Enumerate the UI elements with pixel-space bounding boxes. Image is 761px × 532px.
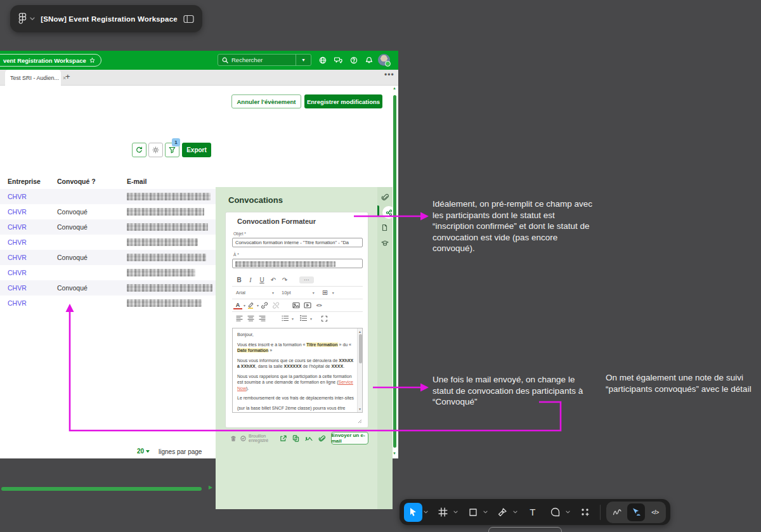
export-button[interactable]: Export (182, 143, 211, 157)
code-mode-icon[interactable]: </> (646, 503, 664, 521)
training-cap-tab-icon[interactable] (381, 240, 389, 247)
code-view-icon[interactable]: <> (313, 301, 325, 311)
tab-overflow-icon[interactable]: ••• (384, 70, 394, 79)
refresh-button[interactable] (132, 143, 146, 157)
save-changes-button[interactable]: Enregistrer modifications (304, 94, 382, 108)
entreprise-link[interactable]: CHVR (8, 254, 27, 261)
frame-tool[interactable] (434, 503, 452, 522)
bullet-list-icon[interactable] (279, 313, 290, 323)
avatar[interactable] (378, 54, 390, 66)
move-tool[interactable] (404, 503, 422, 522)
table-row[interactable]: CHVR Convoqué (0, 280, 216, 295)
highlight-button[interactable] (245, 301, 256, 311)
video-insert-icon[interactable] (302, 301, 313, 311)
figma-file-pill[interactable]: [SNow] Event Registration Workspace (10, 5, 202, 32)
table-row[interactable]: CHVR Convoqué (0, 219, 216, 235)
copy-template-icon[interactable] (292, 435, 299, 442)
panel-scrollbar[interactable] (393, 95, 396, 448)
tab-test-sri[interactable]: Test SRI - Audien... × (5, 70, 61, 86)
entreprise-link[interactable]: CHVR (8, 284, 27, 292)
editor-scrollbar[interactable]: ▲ ▼ (357, 328, 362, 412)
column-header-entreprise[interactable]: Entreprise (8, 178, 41, 185)
layout-panel-icon[interactable] (183, 15, 194, 23)
figma-logo-icon[interactable] (18, 13, 27, 25)
entreprise-link[interactable]: CHVR (8, 208, 27, 216)
shape-tool[interactable] (464, 503, 482, 522)
signature-icon[interactable] (305, 435, 313, 441)
chevron-down-icon[interactable] (564, 510, 572, 514)
entreprise-link[interactable]: CHVR (8, 238, 27, 246)
column-header-convoque[interactable]: Convoqué ? (57, 178, 96, 185)
bold-button[interactable]: B (233, 275, 245, 285)
attachments-tab-icon[interactable] (381, 193, 389, 201)
align-center-icon[interactable] (245, 313, 256, 323)
globe-icon[interactable] (319, 56, 327, 64)
bell-icon[interactable] (365, 56, 373, 64)
document-tab-icon[interactable] (381, 224, 388, 231)
open-external-icon[interactable] (280, 435, 287, 442)
align-right-icon[interactable] (256, 313, 268, 323)
font-size-select[interactable]: 10pt (282, 290, 291, 295)
table-row[interactable]: CHVR (0, 295, 216, 311)
objet-input[interactable]: Convocation formation interne - "Titre f… (232, 238, 363, 247)
attachment-icon[interactable] (318, 435, 325, 442)
search-input[interactable]: Rechercher ▼ (218, 54, 311, 66)
chevron-down-icon[interactable] (452, 510, 460, 514)
more-tools-button[interactable]: ⋯ (299, 276, 314, 283)
pen-tool[interactable] (493, 503, 512, 522)
undo-icon[interactable]: ↶ (268, 275, 279, 285)
entreprise-link[interactable]: CHVR (8, 193, 27, 200)
search-scope-dropdown[interactable]: ▼ (296, 55, 311, 65)
font-family-select[interactable]: Arial (236, 290, 245, 295)
entreprise-link[interactable]: CHVR (8, 223, 27, 231)
entreprise-link[interactable]: CHVR (8, 269, 27, 276)
redo-icon[interactable]: ↷ (279, 275, 290, 285)
chevron-down-icon[interactable] (30, 17, 35, 20)
image-insert-icon[interactable] (290, 301, 302, 311)
to-input[interactable] (232, 259, 363, 268)
save-changes-label: Enregistrer modifications (307, 98, 380, 105)
comment-tool[interactable] (546, 503, 564, 522)
settings-gear-button[interactable] (148, 143, 163, 157)
fullscreen-icon[interactable] (318, 313, 330, 323)
link-icon[interactable] (259, 301, 270, 311)
text-tool[interactable]: T (524, 503, 542, 522)
cancel-event-button[interactable]: Annuler l'évènement (231, 94, 301, 108)
panel-scroll-down-icon[interactable]: ▼ (393, 451, 396, 455)
annotate-draw-icon[interactable] (608, 503, 626, 521)
chevron-down-icon[interactable] (482, 510, 490, 514)
table-row[interactable]: CHVR (0, 189, 216, 204)
chevron-down-icon[interactable] (512, 510, 519, 514)
help-icon[interactable] (350, 56, 358, 64)
align-left-icon[interactable] (233, 313, 245, 323)
dev-mode-toggle[interactable] (627, 503, 645, 521)
email-body-editor[interactable]: Bonjour, Vous êtes inscrit·e à la format… (232, 328, 363, 413)
chat-icon[interactable] (334, 56, 342, 64)
trash-icon[interactable] (230, 435, 237, 442)
scroll-right-icon[interactable]: ▶ (209, 484, 212, 490)
horizontal-scrollbar[interactable] (1, 487, 202, 491)
table-row[interactable]: CHVR Convoqué (0, 204, 216, 219)
unlink-icon[interactable] (270, 301, 282, 311)
numbered-list-icon[interactable] (297, 313, 309, 323)
text-color-button[interactable]: A (233, 302, 242, 309)
column-header-email[interactable]: E-mail (127, 178, 147, 185)
add-tab-button[interactable]: + (65, 72, 70, 81)
panel-scroll-up-icon[interactable]: ▲ (393, 86, 396, 90)
entreprise-link[interactable]: CHVR (8, 299, 27, 307)
table-insert-icon[interactable]: ⊞ (320, 288, 331, 298)
page-size-select[interactable]: 20 (137, 448, 150, 455)
chevron-down-icon[interactable] (422, 510, 430, 514)
send-email-button[interactable]: Envoyer un e-mail (331, 432, 368, 444)
favorite-star-icon[interactable] (89, 58, 95, 63)
underline-button[interactable]: U (256, 275, 268, 285)
table-row[interactable]: CHVR (0, 265, 216, 280)
actions-tool[interactable] (576, 503, 594, 522)
resize-grip-icon[interactable] (358, 415, 362, 426)
table-row[interactable]: CHVR (0, 235, 216, 250)
italic-button[interactable]: I (245, 275, 256, 285)
scroll-up-icon[interactable]: ▲ (358, 330, 361, 334)
scroll-down-icon[interactable]: ▼ (358, 407, 361, 411)
workspace-pill[interactable]: vent Registration Workspace (0, 54, 101, 67)
table-row[interactable]: CHVR Convoqué (0, 250, 216, 265)
